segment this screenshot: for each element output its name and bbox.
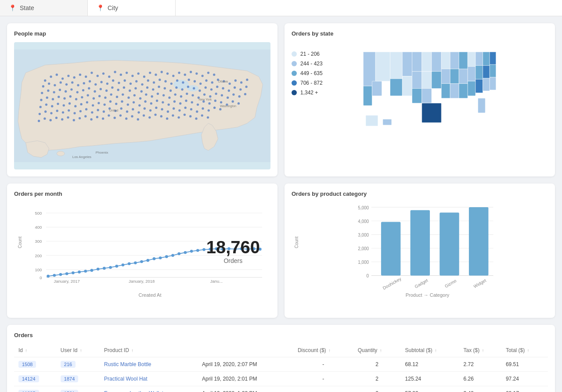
svg-rect-253 bbox=[402, 76, 412, 96]
svg-point-114 bbox=[86, 94, 89, 96]
svg-text:300: 300 bbox=[35, 239, 42, 244]
col-subtotal[interactable]: Subtotal ($) ↑ bbox=[401, 344, 459, 357]
cell-id: 11805 bbox=[14, 386, 56, 392]
col-quantity[interactable]: Quantity ↑ bbox=[353, 344, 401, 357]
orders-table-head: Id ↑ User Id ↑ Product ID ↑ Discount ($)… bbox=[14, 344, 548, 357]
legend-label-1: 21 - 206 bbox=[300, 51, 320, 57]
svg-rect-258 bbox=[422, 72, 431, 89]
people-map-card: People map bbox=[7, 23, 277, 176]
svg-point-219 bbox=[96, 116, 98, 118]
col-created-at[interactable] bbox=[198, 344, 293, 357]
svg-point-147 bbox=[68, 102, 71, 104]
svg-rect-276 bbox=[476, 65, 483, 79]
col-user-id[interactable]: User Id ↑ bbox=[56, 344, 100, 357]
svg-point-27 bbox=[178, 72, 180, 74]
svg-point-231 bbox=[166, 118, 168, 120]
cell-tax: 6.26 bbox=[459, 372, 501, 386]
svg-point-37 bbox=[60, 81, 62, 83]
svg-point-52 bbox=[147, 79, 149, 82]
cell-user-id: 1874 bbox=[56, 372, 100, 386]
sort-arrow-total: ↑ bbox=[527, 348, 530, 353]
col-discount[interactable]: Discount ($) ↑ bbox=[293, 344, 353, 357]
bar-chart-svg: 5,000 4,000 3,000 2,000 1,000 0 Doohicke… bbox=[307, 202, 548, 290]
svg-point-208 bbox=[219, 108, 221, 110]
table-row[interactable]: 1508 216 Rustic Marble Bottle April 19, … bbox=[14, 357, 548, 372]
user-badge[interactable]: 216 bbox=[61, 361, 76, 368]
svg-rect-277 bbox=[476, 79, 483, 93]
svg-point-125 bbox=[151, 95, 153, 97]
svg-rect-282 bbox=[490, 65, 496, 77]
svg-point-162 bbox=[156, 100, 158, 102]
id-badge[interactable]: 1508 bbox=[18, 361, 36, 368]
id-badge[interactable]: 14124 bbox=[18, 375, 39, 382]
orders-category-title: Orders by product category bbox=[292, 191, 548, 197]
col-tax[interactable]: Tax ($) ↑ bbox=[459, 344, 501, 357]
svg-rect-251 bbox=[390, 79, 402, 96]
svg-point-228 bbox=[148, 116, 151, 119]
svg-point-117 bbox=[104, 97, 106, 99]
city-filter[interactable]: 📍 City bbox=[88, 0, 176, 16]
svg-point-195 bbox=[144, 108, 146, 110]
svg-point-112 bbox=[75, 98, 77, 100]
svg-rect-250 bbox=[390, 52, 402, 79]
cell-product-id[interactable]: Enormous Leather Wallet bbox=[100, 386, 198, 392]
svg-point-95 bbox=[187, 86, 189, 88]
svg-rect-281 bbox=[490, 52, 496, 65]
sort-arrow-tax: ↑ bbox=[482, 348, 484, 353]
svg-point-230 bbox=[160, 115, 162, 117]
svg-point-157 bbox=[127, 104, 129, 106]
svg-rect-254 bbox=[412, 52, 422, 71]
svg-point-57 bbox=[176, 79, 178, 82]
col-product-id[interactable]: Product ID ↑ bbox=[100, 344, 198, 357]
top-filters-bar: 📍 State 📍 City bbox=[0, 0, 562, 16]
svg-rect-268 bbox=[450, 83, 459, 98]
svg-point-79 bbox=[94, 90, 96, 93]
svg-point-196 bbox=[149, 109, 151, 111]
user-badge[interactable]: 1561 bbox=[61, 390, 78, 392]
svg-point-144 bbox=[51, 105, 53, 107]
svg-rect-256 bbox=[412, 89, 422, 103]
svg-rect-273 bbox=[468, 67, 476, 81]
svg-point-167 bbox=[185, 100, 187, 102]
svg-point-72 bbox=[53, 91, 55, 93]
svg-point-39 bbox=[71, 81, 73, 83]
people-map-container[interactable]: Los Angeles Phoenix New York Ottawa Unit… bbox=[14, 42, 270, 169]
user-badge[interactable]: 1874 bbox=[61, 375, 78, 382]
id-badge[interactable]: 11805 bbox=[18, 390, 39, 392]
legend-item-4: 706 - 872 bbox=[292, 80, 323, 86]
table-row[interactable]: 14124 1874 Practical Wool Hat April 19, … bbox=[14, 372, 548, 386]
svg-point-205 bbox=[202, 108, 204, 110]
svg-point-116 bbox=[98, 95, 101, 97]
svg-point-199 bbox=[167, 111, 169, 113]
cell-product-id[interactable]: Rustic Marble Bottle bbox=[100, 357, 198, 372]
svg-point-148 bbox=[74, 105, 76, 107]
dashboard: People map bbox=[0, 16, 562, 392]
svg-point-78 bbox=[88, 87, 90, 90]
people-map-title: People map bbox=[14, 30, 270, 37]
svg-point-235 bbox=[189, 115, 191, 117]
svg-point-11 bbox=[85, 76, 87, 78]
svg-rect-248 bbox=[372, 81, 382, 96]
svg-point-24 bbox=[161, 71, 163, 73]
svg-point-311 bbox=[103, 267, 106, 270]
svg-text:January, 2017: January, 2017 bbox=[54, 279, 80, 284]
table-row[interactable]: 11805 1561 Enormous Leather Wallet April… bbox=[14, 386, 548, 392]
svg-point-160 bbox=[144, 101, 146, 103]
svg-point-19 bbox=[131, 75, 133, 77]
svg-rect-255 bbox=[412, 72, 422, 89]
svg-point-109 bbox=[58, 96, 60, 98]
cell-product-id[interactable]: Practical Wool Hat bbox=[100, 372, 198, 386]
state-filter[interactable]: 📍 State bbox=[0, 0, 88, 16]
cell-discount: - bbox=[293, 357, 353, 372]
svg-point-229 bbox=[154, 114, 156, 116]
svg-point-308 bbox=[84, 270, 87, 273]
svg-point-101 bbox=[222, 87, 224, 90]
svg-rect-286 bbox=[383, 119, 392, 125]
col-id[interactable]: Id ↑ bbox=[14, 344, 56, 357]
svg-point-104 bbox=[239, 88, 241, 90]
svg-point-74 bbox=[65, 90, 67, 93]
svg-rect-272 bbox=[468, 52, 476, 66]
svg-point-216 bbox=[79, 117, 81, 119]
svg-text:200: 200 bbox=[35, 253, 42, 258]
col-total[interactable]: Total ($) ↑ bbox=[501, 344, 548, 357]
